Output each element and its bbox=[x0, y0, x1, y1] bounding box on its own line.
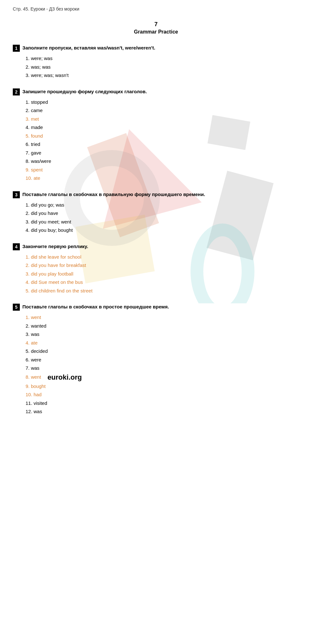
exercise-answers-3: 1. did you go; was 2. did you have 3. di… bbox=[13, 201, 299, 234]
list-item: 5. decided bbox=[26, 348, 299, 355]
page-title: Стр. 45. Еуроки - ДЗ без мороки bbox=[13, 6, 299, 11]
section-number: 7 bbox=[13, 21, 299, 28]
exercise-number-3: 3 bbox=[13, 191, 20, 198]
exercise-number-2: 2 bbox=[13, 88, 20, 95]
list-item: 4. ate bbox=[26, 339, 299, 347]
exercise-3: 3 Поставьте глаголы в скобочках в правил… bbox=[13, 191, 299, 234]
list-item: 3. was bbox=[26, 331, 299, 338]
list-item: 6. tried bbox=[26, 141, 299, 148]
list-item: 6. were bbox=[26, 356, 299, 364]
exercise-answers-1: 1. were; was 2. was; was 3. were; was; w… bbox=[13, 55, 299, 79]
exercise-1: 1 Заполните пропуски, вставляя was/wasn'… bbox=[13, 44, 299, 79]
list-item: 9. bought bbox=[26, 383, 299, 390]
list-item: 8. was/were bbox=[26, 158, 299, 165]
list-item: 2. was; was bbox=[26, 64, 299, 71]
list-item: 1. were; was bbox=[26, 55, 299, 62]
list-item: 3. did you play football bbox=[26, 270, 299, 278]
exercise-title-3: Поставьте глаголы в скобочках в правильн… bbox=[22, 191, 205, 198]
exercise-5: 5 Поставьте глаголы в скобочках в просто… bbox=[13, 303, 299, 415]
list-item: 12. was bbox=[26, 408, 299, 415]
list-item: 3. did you meet; went bbox=[26, 218, 299, 226]
list-item: 1. went bbox=[26, 314, 299, 321]
exercise-title-2: Запишите прошедшую форму следующих глаго… bbox=[22, 88, 147, 95]
list-item: 4. did Sue meet on the bus bbox=[26, 279, 299, 286]
list-item: 7. gave bbox=[26, 149, 299, 157]
exercise-answers-5: 1. went 2. wanted 3. was 4. ate 5. decid… bbox=[13, 314, 299, 415]
list-item: 1. did you go; was bbox=[26, 201, 299, 209]
list-item: 2. did you have bbox=[26, 210, 299, 217]
exercise-title-4: Закончите первую реплику. bbox=[22, 243, 88, 250]
exercise-answers-4: 1. did she leave for school 2. did you h… bbox=[13, 254, 299, 295]
list-item: 4. made bbox=[26, 124, 299, 131]
section-title: Grammar Practice bbox=[13, 29, 299, 35]
list-item: 2. came bbox=[26, 107, 299, 114]
euroki-brand: euroki.org bbox=[47, 373, 82, 382]
exercise-2: 2 Запишите прошедшую форму следующих гла… bbox=[13, 88, 299, 182]
exercise-title-1: Заполните пропуски, вставляя was/wasn't,… bbox=[22, 44, 155, 51]
list-item: 1. did she leave for school bbox=[26, 254, 299, 261]
list-item: 4. did you buy; bought bbox=[26, 227, 299, 234]
list-item: 8. went bbox=[26, 374, 41, 381]
list-item: 10. had bbox=[26, 391, 299, 398]
list-item: 5. did children find on the street bbox=[26, 287, 299, 295]
list-item: 5. found bbox=[26, 133, 299, 140]
exercise-number-1: 1 bbox=[13, 45, 20, 52]
list-item: 10. ate bbox=[26, 175, 299, 182]
exercise-number-4: 4 bbox=[13, 243, 20, 250]
list-item: 7. was bbox=[26, 365, 299, 372]
list-item: 3. met bbox=[26, 116, 299, 123]
exercise-number-5: 5 bbox=[13, 304, 20, 311]
answer-row-brand: 8. went euroki.org bbox=[26, 373, 299, 382]
list-item: 2. wanted bbox=[26, 322, 299, 330]
list-item: 1. stopped bbox=[26, 99, 299, 106]
exercise-answers-2: 1. stopped 2. came 3. met 4. made 5. fou… bbox=[13, 99, 299, 182]
list-item: 2. did you have for breakfast bbox=[26, 262, 299, 269]
exercise-4: 4 Закончите первую реплику. 1. did she l… bbox=[13, 243, 299, 295]
list-item: 9. spent bbox=[26, 166, 299, 174]
list-item: 11. visited bbox=[26, 400, 299, 407]
list-item: 3. were; was; wasn't bbox=[26, 72, 299, 79]
exercise-title-5: Поставьте глаголы в скобочках в простое … bbox=[22, 303, 169, 310]
